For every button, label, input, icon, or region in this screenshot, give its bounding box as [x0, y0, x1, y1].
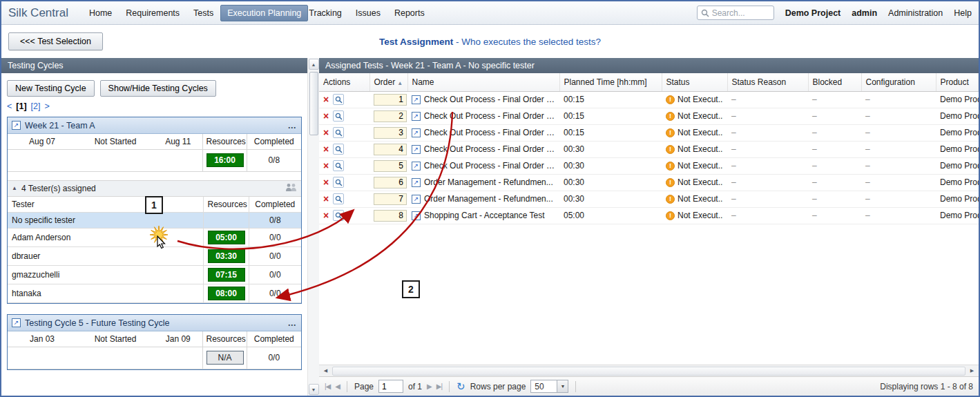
tester-row[interactable]: gmazzuchelli 07:15 0/0 — [8, 266, 301, 284]
vertical-scrollbar[interactable]: ▲ ▼ — [307, 58, 319, 396]
scroll-left-button[interactable]: ◀ — [320, 367, 331, 376]
delete-icon[interactable]: × — [323, 111, 329, 121]
tester-name[interactable]: gmazzuchelli — [8, 266, 203, 284]
inspect-icon[interactable] — [333, 144, 344, 155]
test-row[interactable]: × ↗Check Out Process - Final Order S... … — [319, 124, 979, 141]
column-header-product[interactable]: Product — [936, 73, 979, 91]
help-link[interactable]: Help — [954, 8, 972, 18]
column-header-blocked[interactable]: Blocked — [808, 73, 861, 91]
order-input[interactable] — [374, 127, 407, 139]
test-name-link[interactable]: Check Out Process - Final Order S... — [424, 128, 555, 137]
nav-item-issues[interactable]: Issues — [349, 5, 387, 21]
test-name-link[interactable]: Check Out Process - Final Order S... — [424, 161, 555, 171]
nav-item-requirements[interactable]: Requirements — [119, 5, 186, 21]
tester-row[interactable]: Adam Anderson 05:00 0/0 — [8, 229, 301, 247]
tester-name[interactable]: Adam Anderson — [8, 229, 203, 247]
rows-per-page-select[interactable]: 50 ▼ — [530, 380, 568, 393]
tester-name[interactable]: htanaka — [8, 284, 203, 303]
administration-link[interactable]: Administration — [888, 8, 943, 18]
page-number-input[interactable] — [378, 380, 403, 393]
test-row[interactable]: × ↗Check Out Process - Final Order S... … — [319, 108, 979, 124]
delete-icon[interactable]: × — [323, 95, 329, 104]
order-input[interactable] — [374, 210, 407, 222]
column-header-planned-time[interactable]: Planned Time [hh:mm] — [559, 73, 662, 91]
open-test-icon[interactable]: ↗ — [412, 211, 421, 220]
collapse-icon[interactable]: ▲ — [12, 185, 17, 191]
open-test-icon[interactable]: ↗ — [412, 128, 421, 137]
test-row[interactable]: × ↗Check Out Process - Final Order S... … — [319, 91, 979, 108]
pager-last-icon[interactable]: ▶| — [436, 383, 442, 390]
tester-row[interactable]: No specific tester 0/8 — [8, 213, 301, 229]
open-test-icon[interactable]: ↗ — [412, 95, 421, 104]
user-menu[interactable]: admin — [852, 8, 877, 18]
horizontal-scrollbar[interactable]: ◀ ▶ — [319, 365, 979, 376]
nav-item-execution-planning[interactable]: Execution Planning — [220, 5, 308, 21]
test-name-link[interactable]: Check Out Process - Final Order S... — [424, 144, 555, 154]
horizontal-scrollbar-track[interactable] — [332, 367, 965, 376]
open-cycle-icon[interactable]: ↗ — [12, 318, 21, 327]
order-input[interactable] — [374, 144, 407, 155]
order-input[interactable] — [374, 160, 407, 172]
open-cycle-icon[interactable]: ↗ — [12, 121, 21, 130]
cycles-prev-page[interactable]: < — [7, 101, 12, 111]
cycles-page-1[interactable]: [1] — [16, 101, 26, 111]
scroll-right-button[interactable]: ▶ — [967, 367, 977, 376]
inspect-icon[interactable] — [333, 177, 344, 188]
column-header-configuration[interactable]: Configuration — [861, 73, 936, 91]
test-row[interactable]: × ↗Order Management - Refundmen... 00:30… — [319, 174, 979, 191]
delete-icon[interactable]: × — [323, 211, 329, 220]
rows-per-page-value[interactable]: 50 — [530, 380, 557, 393]
test-row[interactable]: × ↗Shopping Cart - Acceptance Test 05:00… — [319, 207, 979, 224]
show-hide-testing-cycles-button[interactable]: Show/Hide Testing Cycles — [100, 80, 216, 97]
new-testing-cycle-button[interactable]: New Testing Cycle — [7, 80, 95, 97]
open-test-icon[interactable]: ↗ — [412, 112, 421, 121]
delete-icon[interactable]: × — [323, 128, 329, 137]
order-input[interactable] — [374, 193, 407, 205]
column-header-status-reason[interactable]: Status Reason — [727, 73, 808, 91]
delete-icon[interactable]: × — [323, 144, 329, 154]
tester-row[interactable]: htanaka 08:00 0/0 — [8, 284, 301, 303]
column-header-order[interactable]: Order▲ — [369, 73, 407, 91]
project-selector[interactable]: Demo Project — [785, 8, 841, 18]
delete-icon[interactable]: × — [323, 177, 329, 187]
inspect-icon[interactable] — [333, 127, 344, 138]
order-input[interactable] — [374, 177, 407, 188]
nav-item-tracking[interactable]: Tracking — [302, 5, 348, 21]
inspect-icon[interactable] — [333, 94, 344, 105]
inspect-icon[interactable] — [333, 160, 344, 171]
cycles-next-page[interactable]: > — [45, 101, 50, 111]
inspect-icon[interactable] — [333, 110, 344, 122]
search-box[interactable] — [697, 6, 774, 20]
nav-item-home[interactable]: Home — [82, 5, 119, 21]
nav-item-tests[interactable]: Tests — [186, 5, 220, 21]
cycle-card-header[interactable]: ↗ Testing Cycle 5 - Future Testing Cycle… — [8, 315, 301, 331]
column-header-status[interactable]: Status — [662, 73, 727, 91]
test-row[interactable]: × ↗Check Out Process - Final Order S... … — [319, 157, 979, 174]
search-input[interactable] — [712, 8, 767, 18]
cycles-page-2[interactable]: [2] — [31, 101, 41, 111]
open-test-icon[interactable]: ↗ — [412, 145, 421, 154]
scroll-up-button[interactable]: ▲ — [309, 59, 319, 70]
tester-name[interactable]: dbrauer — [8, 247, 203, 266]
vertical-scrollbar-thumb[interactable] — [309, 72, 318, 135]
column-header-name[interactable]: Name — [407, 73, 559, 91]
nav-item-reports[interactable]: Reports — [387, 5, 432, 21]
testers-assigned-bar[interactable]: ▲ 4 Tester(s) assigned — [8, 180, 301, 197]
cycle-card-header[interactable]: ↗ Week 21 - Team A … — [8, 117, 301, 134]
test-selection-back-button[interactable]: <<< Test Selection — [8, 32, 103, 50]
cycle-menu-icon[interactable]: … — [288, 121, 298, 130]
delete-icon[interactable]: × — [323, 161, 329, 171]
test-name-link[interactable]: Check Out Process - Final Order S... — [424, 95, 555, 104]
dropdown-arrow-icon[interactable]: ▼ — [557, 380, 568, 393]
order-input[interactable] — [374, 110, 407, 122]
cycle-menu-icon[interactable]: … — [288, 318, 298, 328]
test-name-link[interactable]: Order Management - Refundmen... — [424, 194, 553, 204]
test-name-link[interactable]: Shopping Cart - Acceptance Test — [424, 211, 545, 220]
delete-icon[interactable]: × — [323, 194, 329, 204]
inspect-icon[interactable] — [333, 210, 344, 221]
tester-row[interactable]: dbrauer 03:30 0/0 — [8, 247, 301, 266]
open-test-icon[interactable]: ↗ — [412, 178, 421, 187]
test-row[interactable]: × ↗Order Management - Refundmen... 00:30… — [319, 191, 979, 207]
column-header-actions[interactable]: Actions — [319, 73, 369, 91]
test-name-link[interactable]: Order Management - Refundmen... — [424, 177, 553, 187]
